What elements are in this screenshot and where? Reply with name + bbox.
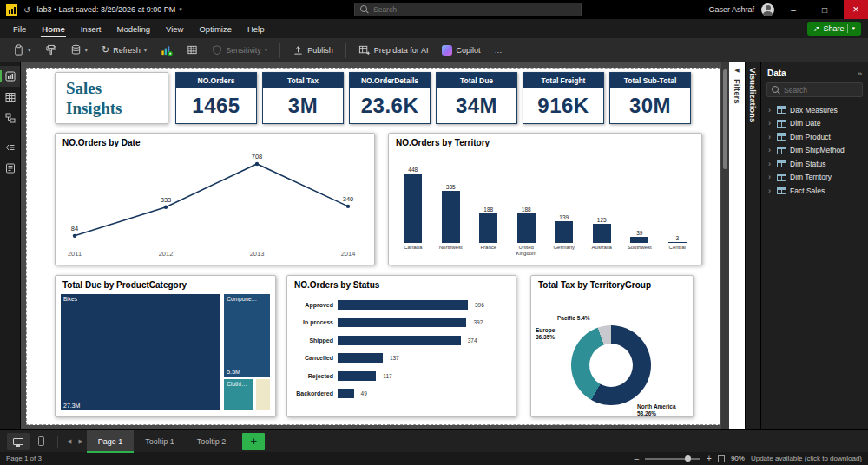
menu-view[interactable]: View bbox=[158, 19, 191, 38]
expand-chevron-icon[interactable]: › bbox=[768, 119, 773, 128]
report-view-button[interactable] bbox=[0, 66, 20, 87]
menu-optimize[interactable]: Optimize bbox=[191, 19, 239, 38]
total-tax-donut-chart[interactable]: Total Tax by TerritoryGroup Pacific 5.4%… bbox=[530, 275, 694, 417]
data-search-input[interactable] bbox=[784, 86, 858, 95]
status-row-shipped[interactable]: Shipped374 bbox=[293, 331, 507, 350]
zoom-level[interactable]: 90% bbox=[731, 455, 745, 462]
global-search-input[interactable] bbox=[373, 5, 575, 14]
data-point-2012[interactable] bbox=[164, 206, 168, 209]
desktop-layout-button[interactable] bbox=[7, 433, 30, 450]
visualizations-pane-collapsed[interactable]: Visualizations bbox=[745, 62, 760, 429]
territory-column-united-kingdom[interactable]: 188United Kingdom bbox=[508, 148, 546, 258]
menu-modeling[interactable]: Modeling bbox=[108, 19, 158, 38]
line-chart-plot[interactable]: 842011333201270820133402014 bbox=[56, 148, 374, 263]
new-visual-button[interactable] bbox=[155, 40, 179, 61]
status-row-approved[interactable]: Approved396 bbox=[293, 296, 507, 314]
mobile-layout-button[interactable] bbox=[30, 433, 52, 450]
ribbon-more-button[interactable]: … bbox=[488, 40, 509, 61]
menu-file[interactable]: File bbox=[5, 19, 34, 38]
dax-query-view-button[interactable] bbox=[0, 137, 20, 158]
kpi-card-total-freight[interactable]: Total Freight 916K bbox=[523, 72, 604, 124]
territory-column-germany[interactable]: 139Germany bbox=[545, 148, 583, 258]
document-title[interactable]: lab3 • Last saved: 3/29/2026 at 9:00 PM bbox=[36, 5, 175, 14]
report-canvas[interactable]: Sales Insights NO.Orders 1465 Total Tax … bbox=[21, 62, 729, 429]
status-row-rejected[interactable]: Rejected117 bbox=[293, 367, 507, 385]
tmdl-view-button[interactable] bbox=[0, 158, 20, 179]
user-name[interactable]: Gaser Ashraf bbox=[708, 5, 754, 14]
scrollbar-thumb[interactable] bbox=[723, 69, 727, 169]
kpi-card-no-orderdetails[interactable]: NO.OrderDetails 23.6K bbox=[349, 72, 431, 124]
global-search-box[interactable] bbox=[354, 3, 582, 16]
tab-tooltip-2[interactable]: Tooltip 2 bbox=[186, 430, 238, 453]
expand-chevron-icon[interactable]: › bbox=[768, 173, 773, 181]
bar-chart-plot[interactable]: Approved396In process392Shipped374Cancel… bbox=[287, 291, 516, 403]
paste-button[interactable]: ▾ bbox=[7, 40, 37, 61]
territory-column-southwest[interactable]: 39Southwest bbox=[621, 148, 659, 258]
field-dim-product[interactable]: › Dim Product bbox=[761, 130, 868, 144]
treemap-node-small[interactable] bbox=[255, 378, 271, 411]
report-page[interactable]: Sales Insights NO.Orders 1465 Total Tax … bbox=[26, 68, 720, 425]
treemap-node-clothi-[interactable]: Clothi… bbox=[223, 378, 253, 411]
tab-page-1[interactable]: Page 1 bbox=[87, 430, 135, 453]
kpi-card-total-due[interactable]: Total Due 34M bbox=[436, 72, 517, 124]
orders-by-date-chart[interactable]: NO.Orders by Date 8420113332012708201334… bbox=[55, 133, 375, 265]
orders-by-status-chart[interactable]: NO.Orders by Status Approved396In proces… bbox=[286, 275, 516, 417]
zoom-out-button[interactable]: – bbox=[635, 454, 640, 463]
expand-chevron-icon[interactable]: › bbox=[768, 146, 773, 154]
status-row-backordered[interactable]: Backordered49 bbox=[293, 385, 507, 403]
field-dim-territory[interactable]: › Dim Territory bbox=[761, 171, 868, 185]
update-banner[interactable]: Update available (click to download) bbox=[751, 455, 862, 462]
field-dim-shipmethod[interactable]: › Dim ShipMethod bbox=[761, 144, 868, 158]
data-point-2014[interactable] bbox=[346, 205, 350, 208]
share-button[interactable]: ↗ Share ▾ bbox=[807, 22, 861, 36]
format-painter-button[interactable] bbox=[39, 40, 62, 61]
tab-tooltip-1[interactable]: Tooltip 1 bbox=[134, 430, 186, 453]
publish-button[interactable]: Publish bbox=[286, 40, 339, 61]
expand-chevron-icon[interactable]: › bbox=[768, 133, 773, 141]
data-point-2013[interactable] bbox=[255, 162, 259, 166]
field-dax-measures[interactable]: › Dax Measures bbox=[761, 103, 868, 117]
next-page-icon[interactable]: ▶ bbox=[75, 438, 86, 445]
total-due-treemap-chart[interactable]: Total Due by ProductCategory Bikes27.3MC… bbox=[55, 275, 276, 417]
menu-help[interactable]: Help bbox=[240, 19, 273, 38]
expand-chevron-icon[interactable]: › bbox=[768, 187, 773, 195]
treemap-node-bikes[interactable]: Bikes27.3M bbox=[60, 293, 221, 411]
donut-ring[interactable] bbox=[571, 325, 651, 405]
expand-chevron-icon[interactable]: › bbox=[768, 160, 773, 168]
status-row-in-process[interactable]: In process392 bbox=[293, 314, 507, 332]
field-fact-sales[interactable]: › Fact Sales bbox=[761, 184, 868, 198]
territory-column-northwest[interactable]: 335Northwest bbox=[432, 148, 470, 258]
territory-column-canada[interactable]: 448Canada bbox=[394, 148, 432, 258]
table-visual-button[interactable] bbox=[181, 40, 204, 61]
kpi-card-total-subtotal[interactable]: Total Sub-Total 30M bbox=[609, 72, 691, 124]
undo-icon[interactable]: ↺ bbox=[23, 5, 30, 15]
copilot-button[interactable]: Copilot bbox=[436, 40, 486, 61]
model-view-button[interactable] bbox=[0, 108, 20, 128]
fit-to-page-icon[interactable] bbox=[718, 455, 725, 462]
status-row-cancelled[interactable]: Cancelled137 bbox=[293, 350, 507, 368]
kpi-card-no-orders[interactable]: NO.Orders 1465 bbox=[175, 72, 257, 124]
table-view-button[interactable] bbox=[0, 87, 20, 108]
kpi-card-total-tax[interactable]: Total Tax 3M bbox=[262, 72, 344, 124]
prev-page-icon[interactable]: ◀ bbox=[63, 438, 75, 445]
zoom-slider-thumb[interactable] bbox=[685, 455, 691, 462]
new-page-button[interactable]: + bbox=[242, 433, 265, 450]
zoom-slider[interactable] bbox=[645, 455, 700, 463]
column-chart-plot[interactable]: 448Canada335Northwest188France188United … bbox=[389, 148, 701, 259]
report-title-card[interactable]: Sales Insights bbox=[55, 72, 168, 124]
territory-column-france[interactable]: 188France bbox=[470, 148, 508, 258]
filters-pane-collapsed[interactable]: ◀ Filters bbox=[729, 62, 745, 429]
data-search-box[interactable] bbox=[766, 82, 863, 97]
menu-insert[interactable]: Insert bbox=[73, 19, 109, 38]
territory-column-australia[interactable]: 125Australia bbox=[583, 148, 621, 258]
minimize-button[interactable]: – bbox=[781, 0, 806, 19]
expand-filters-icon[interactable]: ◀ bbox=[734, 67, 739, 74]
menu-home[interactable]: Home bbox=[34, 19, 72, 38]
collapse-data-pane-icon[interactable]: » bbox=[858, 69, 862, 78]
treemap-node-compone-[interactable]: Compone…5.5M bbox=[223, 293, 271, 377]
user-avatar[interactable] bbox=[761, 3, 774, 16]
get-data-button[interactable]: ▾ bbox=[64, 40, 95, 61]
orders-by-territory-chart[interactable]: NO.Orders by Territory 448Canada335North… bbox=[388, 133, 702, 265]
data-point-2011[interactable] bbox=[73, 234, 76, 238]
expand-chevron-icon[interactable]: › bbox=[768, 106, 773, 115]
